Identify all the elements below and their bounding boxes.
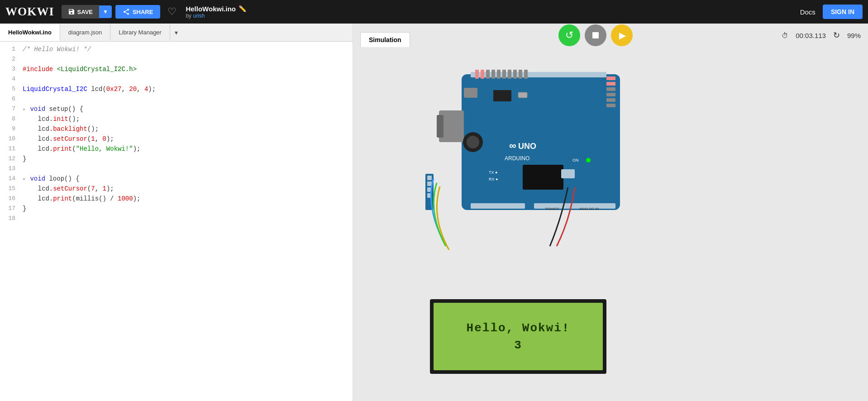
- simulation-controls: ↺ ▶: [558, 24, 633, 46]
- tab-diagram-json[interactable]: diagram.json: [60, 24, 110, 40]
- code-line-13: 13: [0, 165, 353, 175]
- wokwi-logo: WOKWI: [5, 5, 54, 19]
- code-line-1: 1 /* Hello Wokwi! */: [0, 45, 353, 55]
- editor-tabs: HelloWokwi.ino diagram.json Library Mana…: [0, 24, 353, 42]
- lcd-line2: 3: [514, 339, 522, 352]
- code-line-14: 14 ▾ void loop() {: [0, 175, 353, 185]
- timer-value: 00:03.113: [796, 32, 826, 39]
- code-line-3: 3 #include <LiquidCrystal_I2C.h>: [0, 65, 353, 75]
- play-icon: ▶: [619, 30, 626, 41]
- svg-rect-3: [471, 203, 525, 209]
- code-line-17: 17 }: [0, 205, 353, 215]
- project-filename: HelloWokwi.ino: [186, 5, 236, 13]
- lcd-display[interactable]: Hello, Wokwi! 3: [430, 299, 606, 374]
- svg-rect-1: [471, 72, 606, 77]
- svg-rect-35: [606, 104, 615, 107]
- save-icon: [68, 8, 75, 15]
- simulation-tab[interactable]: Simulation: [360, 32, 410, 47]
- svg-rect-26: [508, 70, 511, 79]
- stop-button[interactable]: [585, 24, 606, 46]
- svg-text:TX ●: TX ●: [489, 170, 497, 175]
- svg-text:ARDUINO: ARDUINO: [505, 155, 529, 162]
- code-line-8: 8 lcd.init();: [0, 115, 353, 125]
- svg-rect-18: [518, 92, 527, 98]
- save-dropdown-button[interactable]: ▼: [99, 5, 112, 18]
- code-line-9: 9 lcd.backlight();: [0, 125, 353, 135]
- svg-rect-23: [491, 70, 495, 79]
- edit-icon[interactable]: ✏️: [238, 5, 246, 12]
- svg-rect-32: [606, 87, 615, 91]
- svg-rect-22: [486, 70, 490, 79]
- code-line-7: 7 ▾ void setup() {: [0, 105, 353, 115]
- svg-text:RX ●: RX ●: [489, 177, 498, 181]
- heart-icon: ♡: [167, 6, 176, 17]
- simulation-topbar: Simulation ↺ ▶ ⏱ 00:03.113: [353, 24, 868, 47]
- svg-rect-29: [524, 70, 528, 79]
- tab-library-manager[interactable]: Library Manager: [110, 24, 170, 40]
- svg-text:ANALOG IN: ANALOG IN: [579, 207, 599, 211]
- svg-rect-24: [497, 70, 501, 79]
- share-label: SHARE: [133, 9, 153, 15]
- arduino-board: ∞ UNO ARDUINO ON TX ● RX ●: [434, 65, 629, 237]
- simulation-canvas[interactable]: ∞ UNO ARDUINO ON TX ● RX ●: [353, 47, 868, 401]
- stop-icon: [592, 32, 599, 38]
- svg-rect-15: [464, 88, 477, 98]
- svg-rect-16: [523, 165, 563, 190]
- dropdown-arrow-icon: ▼: [103, 9, 108, 15]
- svg-rect-31: [606, 82, 615, 86]
- code-editor[interactable]: 1 /* Hello Wokwi! */ 2 3 #include <Liqui…: [0, 42, 353, 401]
- simulation-stats: ⏱ 00:03.113 ↻ 99%: [782, 30, 861, 40]
- svg-rect-20: [475, 70, 479, 79]
- share-button[interactable]: SHARE: [115, 5, 161, 19]
- svg-text:POWER: POWER: [545, 207, 559, 211]
- code-line-4: 4: [0, 75, 353, 85]
- svg-rect-25: [502, 70, 506, 79]
- by-label: by: [186, 13, 191, 19]
- cpu-value: 99%: [847, 32, 861, 39]
- svg-rect-28: [519, 70, 522, 79]
- cpu-icon: ↻: [833, 30, 840, 40]
- svg-point-11: [586, 158, 591, 162]
- code-line-15: 15 lcd.setCursor(7, 1);: [0, 185, 353, 195]
- svg-rect-27: [513, 70, 517, 79]
- author-link[interactable]: urish: [193, 13, 205, 19]
- restart-button[interactable]: ↺: [558, 24, 580, 46]
- svg-rect-19: [561, 169, 575, 178]
- share-icon: [123, 8, 130, 15]
- svg-rect-33: [606, 93, 615, 96]
- svg-text:∞: ∞: [509, 140, 516, 151]
- code-line-11: 11 lcd.print("Hello, Wokwi!");: [0, 145, 353, 155]
- code-line-10: 10 lcd.setCursor(1, 0);: [0, 135, 353, 145]
- lcd-line1: Hello, Wokwi!: [467, 321, 570, 335]
- favorite-button[interactable]: ♡: [164, 4, 180, 19]
- code-line-16: 16 lcd.print(millis() / 1000);: [0, 195, 353, 205]
- save-button[interactable]: SAVE: [62, 5, 99, 19]
- svg-rect-30: [606, 76, 615, 80]
- save-label: SAVE: [77, 9, 93, 15]
- timer-icon: ⏱: [782, 32, 788, 39]
- signin-button[interactable]: SIGN IN: [823, 5, 863, 19]
- code-line-6: 6: [0, 95, 353, 105]
- play-button[interactable]: ▶: [611, 24, 633, 46]
- svg-point-7: [467, 136, 479, 148]
- lcd-screen: Hello, Wokwi! 3: [434, 303, 603, 370]
- svg-rect-17: [493, 90, 511, 101]
- svg-rect-34: [606, 98, 615, 102]
- svg-rect-5: [437, 115, 444, 138]
- tab-hello-wokwi[interactable]: HelloWokwi.ino: [0, 24, 60, 41]
- svg-text:ON: ON: [572, 158, 579, 162]
- svg-rect-21: [481, 70, 484, 79]
- svg-text:UNO: UNO: [518, 142, 536, 151]
- code-line-2: 2: [0, 55, 353, 65]
- code-line-12: 12 }: [0, 155, 353, 165]
- code-line-18: 18: [0, 215, 353, 224]
- docs-button[interactable]: Docs: [800, 8, 816, 16]
- project-info: HelloWokwi.ino ✏️ by urish: [186, 5, 246, 19]
- tab-more-button[interactable]: ▾: [170, 24, 182, 41]
- code-line-5: 5 LiquidCrystal_I2C lcd(0x27, 20, 4);: [0, 85, 353, 95]
- restart-icon: ↺: [565, 29, 573, 41]
